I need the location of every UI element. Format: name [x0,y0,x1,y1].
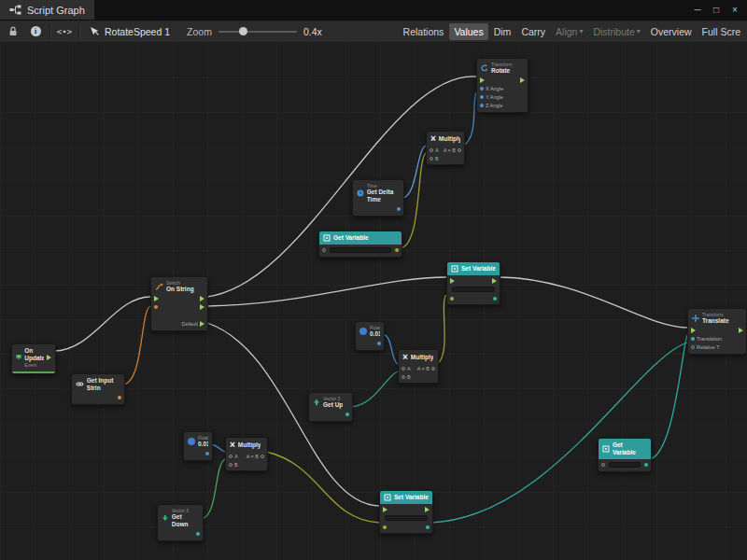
graph-canvas[interactable]: TransformRotate X Angle Y Angle Z Angle … [0,43,747,560]
node-get-variable-right[interactable]: Get Variable [598,439,652,472]
port-dot[interactable] [395,248,399,252]
port-dot[interactable] [493,297,497,301]
node-multiply-mid[interactable]: × Multiply AA × B B [398,349,439,384]
node-set-variable-bottom[interactable]: Set Variable [379,491,433,534]
node-vector3-get-down[interactable]: Vector 3Get Down [157,504,204,541]
carry-button[interactable]: Carry [516,23,550,40]
wire-set-variable-bottom-to-translate[interactable] [431,343,687,523]
zoom-slider[interactable] [218,31,297,33]
node-switch-on-string[interactable]: SwitchOn String Default [150,276,208,331]
port-dot[interactable] [431,367,435,371]
node-transform-translate[interactable]: TransformTranslate Translation Relative … [687,308,747,355]
node-float-mid[interactable]: Float0.01 [355,321,385,351]
port-dot[interactable] [229,455,233,458]
wire-multiply-bottom-to-set-variable-bottom[interactable] [266,452,379,523]
node-transform-rotate[interactable]: TransformRotate X Angle Y Angle Z Angle [476,58,529,113]
align-button[interactable]: Align ▾ [551,23,587,40]
node-get-variable-top[interactable]: Get Variable [318,231,402,258]
port-dot[interactable] [450,297,454,301]
port-dot[interactable] [322,248,326,252]
wire-float-mid-to-multiply-mid[interactable] [383,334,398,364]
port-dot[interactable] [480,95,484,99]
node-vector3-get-up[interactable]: Vector 3Get Up [308,392,353,422]
wire-get-up-to-multiply-mid[interactable] [351,371,398,407]
port-dot[interactable] [229,463,233,467]
maximize-button[interactable]: □ [708,2,725,19]
port-dot[interactable] [397,207,401,211]
tab-script-graph[interactable]: Script Graph [0,0,95,20]
script-graph-window: Script Graph ─ □ × i <∙> RotateSpeed 1 Z… [0,0,747,560]
zoom-slider-knob[interactable] [239,27,247,35]
flow-out-port[interactable] [425,507,430,512]
code-view-button[interactable]: <∙> [53,21,76,42]
node-get-delta-time[interactable]: TimeGet Delta Time [352,179,404,217]
port-dot[interactable] [430,157,433,161]
flow-in-port[interactable] [154,296,159,301]
dim-button[interactable]: Dim [489,23,516,40]
port-dot[interactable] [480,87,484,91]
flow-in-port[interactable] [450,278,455,284]
flow-out-port[interactable] [520,77,525,83]
node-set-variable-mid[interactable]: Set Variable [446,262,500,305]
port-dot[interactable] [691,345,695,349]
node-multiply-top[interactable]: × Multiply AA × B B [426,131,465,165]
flow-out-port[interactable] [492,278,497,284]
port-dot[interactable] [426,525,430,529]
wire-switch-to-rotate[interactable] [207,77,476,297]
relations-button[interactable]: Relations [399,23,449,40]
overview-button[interactable]: Overview [646,23,697,40]
wire-get-down-to-multiply-bottom[interactable] [202,459,225,519]
node-header: Get Variable [599,439,651,459]
port-dot[interactable] [601,463,605,467]
distribute-button[interactable]: Distribute ▾ [588,23,644,40]
wire-switch-to-set-variable-mid[interactable] [207,277,446,306]
graph-breadcrumb[interactable]: RotateSpeed 1 [82,26,177,37]
port-dot[interactable] [644,463,648,467]
wire-float-bottom-to-multiply-bottom[interactable] [211,444,225,452]
port-dot[interactable] [377,342,381,345]
flow-out-port[interactable] [739,328,743,333]
node-on-update[interactable]: On UpdateEvent [11,343,56,374]
port-dot[interactable] [402,375,405,379]
port-dot[interactable] [458,148,461,152]
variable-name-dropdown[interactable] [452,287,495,292]
wire-set-variable-mid-to-translate[interactable] [500,277,687,328]
node-float-bottom[interactable]: Float0.01 [183,431,213,461]
wire-get-delta-time-to-multiply-top[interactable] [402,146,426,198]
close-button[interactable]: × [726,2,743,19]
align-label: Align [556,26,577,37]
port-dot[interactable] [383,525,387,529]
node-get-input-string[interactable]: Get Input Strin [71,373,125,405]
port-dot[interactable] [118,396,121,399]
variable-name-dropdown[interactable] [609,462,641,468]
flow-out-port[interactable] [47,355,51,360]
wire-get-input-string-to-switch[interactable] [122,306,150,385]
port-dot[interactable] [430,148,433,152]
port-dot[interactable] [402,367,405,371]
fullscreen-button[interactable]: Full Scre [698,23,745,40]
lock-button[interactable] [2,21,24,42]
minimize-button[interactable]: ─ [689,2,706,19]
flow-in-port[interactable] [383,507,388,512]
wire-switch-to-set-variable-bottom[interactable] [207,323,379,506]
flow-out-port[interactable] [200,296,204,301]
info-button[interactable]: i [24,21,47,42]
variable-name-dropdown[interactable] [385,515,428,521]
wire-multiply-top-to-rotate[interactable] [463,91,477,146]
flow-in-port[interactable] [691,328,696,333]
wire-on-update-to-switch[interactable] [54,297,150,351]
port-dot[interactable] [154,305,158,309]
wire-get-variable-top-to-multiply-top[interactable] [401,153,426,248]
port-dot[interactable] [261,455,264,458]
port-dot[interactable] [345,413,349,416]
flow-out-port[interactable] [200,304,204,310]
port-dot[interactable] [480,104,484,107]
port-dot[interactable] [205,452,209,455]
port-dot[interactable] [196,532,200,536]
flow-out-port[interactable] [200,321,204,327]
values-button[interactable]: Values [449,23,487,40]
port-dot[interactable] [691,337,695,341]
flow-in-port[interactable] [480,77,485,83]
variable-name-dropdown[interactable] [330,247,391,253]
node-multiply-bottom[interactable]: × Multiply AA × B B [225,437,268,471]
